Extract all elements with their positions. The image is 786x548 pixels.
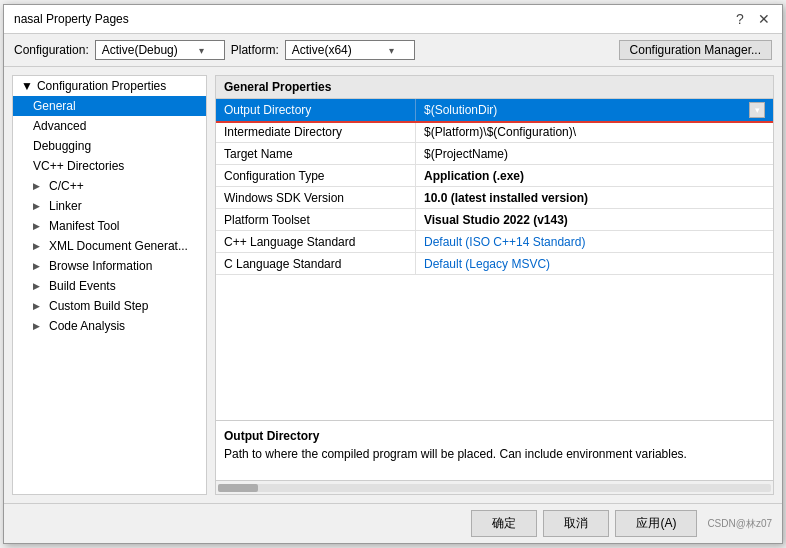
sidebar-item-build-events[interactable]: ▶ Build Events [13, 276, 206, 296]
prop-row-output-dir[interactable]: Output Directory $(SolutionDir) ▾ [216, 99, 773, 121]
sidebar-root-label: Configuration Properties [37, 79, 166, 93]
prop-row-target-name[interactable]: Target Name $(ProjectName) [216, 143, 773, 165]
sidebar-item-debugging[interactable]: Debugging [13, 136, 206, 156]
sidebar-item-vcdirs[interactable]: VC++ Directories [13, 156, 206, 176]
content-area: General Properties Output Directory $(So… [215, 75, 774, 495]
desc-title: Output Directory [224, 429, 765, 443]
prop-row-sdk-version[interactable]: Windows SDK Version 10.0 (latest install… [216, 187, 773, 209]
content-header: General Properties [216, 76, 773, 99]
description-area: Output Directory Path to where the compi… [216, 420, 773, 480]
vcdirs-label: VC++ Directories [33, 159, 124, 173]
footer: 确定 取消 应用(A) CSDN@林z07 [4, 503, 782, 543]
debugging-label: Debugging [33, 139, 91, 153]
sidebar-item-manifest[interactable]: ▶ Manifest Tool [13, 216, 206, 236]
horizontal-scrollbar[interactable] [216, 480, 773, 494]
platform-combo[interactable]: Active(x64) ▾ [285, 40, 415, 60]
prop-name-intermediate: Intermediate Directory [216, 121, 416, 142]
prop-value-toolset: Visual Studio 2022 (v143) [416, 209, 773, 230]
prop-name-sdk: Windows SDK Version [216, 187, 416, 208]
code-analysis-label: Code Analysis [49, 319, 125, 333]
sidebar: ▼ Configuration Properties General Advan… [12, 75, 207, 495]
custom-build-arrow: ▶ [33, 301, 45, 311]
sidebar-item-xmldoc[interactable]: ▶ XML Document Generat... [13, 236, 206, 256]
cpp-arrow: ▶ [33, 181, 45, 191]
desc-text: Path to where the compiled program will … [224, 447, 765, 461]
general-label: General [33, 99, 76, 113]
prop-row-platform-toolset[interactable]: Platform Toolset Visual Studio 2022 (v14… [216, 209, 773, 231]
help-button[interactable]: ? [732, 11, 748, 27]
prop-value-config-type: Application (.exe) [416, 165, 773, 186]
manifest-label: Manifest Tool [49, 219, 119, 233]
build-events-arrow: ▶ [33, 281, 45, 291]
xmldoc-arrow: ▶ [33, 241, 45, 251]
output-dir-dropdown[interactable]: ▾ [749, 102, 765, 118]
platform-value: Active(x64) [292, 43, 352, 57]
cpp-label: C/C++ [49, 179, 84, 193]
configuration-value: Active(Debug) [102, 43, 178, 57]
sidebar-item-cpp[interactable]: ▶ C/C++ [13, 176, 206, 196]
prop-name-target: Target Name [216, 143, 416, 164]
sidebar-item-advanced[interactable]: Advanced [13, 116, 206, 136]
custom-build-label: Custom Build Step [49, 299, 148, 313]
xmldoc-label: XML Document Generat... [49, 239, 188, 253]
scroll-thumb [218, 484, 258, 492]
sidebar-item-linker[interactable]: ▶ Linker [13, 196, 206, 216]
watermark: CSDN@林z07 [707, 517, 772, 531]
sidebar-item-general[interactable]: General [13, 96, 206, 116]
title-bar: nasal Property Pages ? ✕ [4, 5, 782, 34]
scroll-track [218, 484, 771, 492]
cancel-button[interactable]: 取消 [543, 510, 609, 537]
sidebar-root: ▼ Configuration Properties [13, 76, 206, 96]
prop-name-toolset: Platform Toolset [216, 209, 416, 230]
prop-name-config-type: Configuration Type [216, 165, 416, 186]
configuration-arrow: ▾ [199, 45, 204, 56]
prop-row-cpp-standard[interactable]: C++ Language Standard Default (ISO C++14… [216, 231, 773, 253]
title-bar-buttons: ? ✕ [732, 11, 772, 27]
prop-name-cpp-std: C++ Language Standard [216, 231, 416, 252]
configuration-combo[interactable]: Active(Debug) ▾ [95, 40, 225, 60]
configuration-label: Configuration: [14, 43, 89, 57]
prop-name-output-dir: Output Directory [216, 99, 416, 121]
sidebar-item-browse[interactable]: ▶ Browse Information [13, 256, 206, 276]
prop-row-c-standard[interactable]: C Language Standard Default (Legacy MSVC… [216, 253, 773, 275]
close-button[interactable]: ✕ [756, 11, 772, 27]
platform-arrow: ▾ [389, 45, 394, 56]
ok-button[interactable]: 确定 [471, 510, 537, 537]
prop-value-cpp-std: Default (ISO C++14 Standard) [416, 231, 773, 252]
config-manager-button[interactable]: Configuration Manager... [619, 40, 772, 60]
prop-value-intermediate: $(Platform)\$(Configuration)\ [416, 121, 773, 142]
code-analysis-arrow: ▶ [33, 321, 45, 331]
main-area: ▼ Configuration Properties General Advan… [4, 67, 782, 503]
prop-value-output-dir: $(SolutionDir) ▾ [416, 99, 773, 121]
advanced-label: Advanced [33, 119, 86, 133]
prop-row-config-type[interactable]: Configuration Type Application (.exe) [216, 165, 773, 187]
linker-label: Linker [49, 199, 82, 213]
property-pages-dialog: nasal Property Pages ? ✕ Configuration: … [3, 4, 783, 544]
linker-arrow: ▶ [33, 201, 45, 211]
browse-label: Browse Information [49, 259, 152, 273]
prop-name-c-std: C Language Standard [216, 253, 416, 274]
prop-row-intermediate[interactable]: Intermediate Directory $(Platform)\$(Con… [216, 121, 773, 143]
manifest-arrow: ▶ [33, 221, 45, 231]
properties-table: Output Directory $(SolutionDir) ▾ Interm… [216, 99, 773, 420]
apply-button[interactable]: 应用(A) [615, 510, 697, 537]
root-arrow: ▼ [21, 79, 33, 93]
prop-value-target: $(ProjectName) [416, 143, 773, 164]
platform-label: Platform: [231, 43, 279, 57]
prop-value-sdk: 10.0 (latest installed version) [416, 187, 773, 208]
browse-arrow: ▶ [33, 261, 45, 271]
build-events-label: Build Events [49, 279, 116, 293]
config-row: Configuration: Active(Debug) ▾ Platform:… [4, 34, 782, 67]
prop-value-c-std: Default (Legacy MSVC) [416, 253, 773, 274]
dialog-title: nasal Property Pages [14, 12, 129, 26]
sidebar-item-code-analysis[interactable]: ▶ Code Analysis [13, 316, 206, 336]
sidebar-item-custom-build[interactable]: ▶ Custom Build Step [13, 296, 206, 316]
